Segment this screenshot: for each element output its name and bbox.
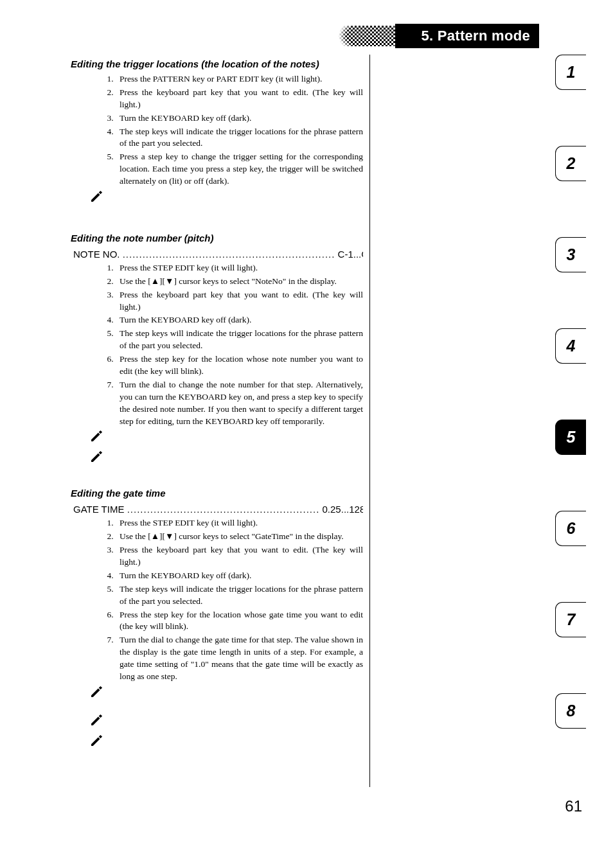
- parameter-value: C-1...G9: [338, 249, 363, 260]
- list-item: Press the keyboard part key that you wan…: [116, 544, 363, 569]
- chapter-tab-5[interactable]: 5: [555, 420, 586, 455]
- list-item: Turn the KEYBOARD key off (dark).: [116, 570, 363, 582]
- hand-writing-icon: [90, 714, 363, 729]
- hand-icon-stack: [90, 714, 363, 750]
- chapter-tab-7[interactable]: 7: [555, 602, 586, 637]
- parameter-line-gate-time: GATE TIME ..............................…: [73, 502, 363, 516]
- chapter-tab-2[interactable]: 2: [555, 146, 586, 181]
- list-item: Turn the dial to change the gate time fo…: [116, 634, 363, 683]
- hand-writing-icon: [90, 734, 363, 750]
- section-heading-note-number: Editing the note number (pitch): [71, 231, 363, 245]
- list-item: Press the STEP EDIT key (it will light).: [116, 517, 363, 529]
- leader-dots: ........................................…: [123, 249, 335, 260]
- checker-graphic: [337, 26, 395, 46]
- list-item: Turn the KEYBOARD key off (dark).: [116, 112, 363, 125]
- column-divider: [369, 55, 370, 787]
- list-item: Press the STEP EDIT key (it will light).: [116, 262, 363, 274]
- hand-writing-icon: [90, 450, 363, 466]
- parameter-name: NOTE NO.: [73, 249, 120, 260]
- chapter-tab-8[interactable]: 8: [555, 693, 586, 729]
- section-heading-gate-time: Editing the gate time: [71, 486, 363, 500]
- chapter-tab-3[interactable]: 3: [555, 237, 586, 272]
- list-item: Press a step key to change the trigger s…: [116, 151, 363, 188]
- leader-dots: ........................................…: [127, 504, 320, 515]
- parameter-name: GATE TIME: [73, 504, 124, 515]
- list-item: Press the PATTERN key or PART EDIT key (…: [116, 73, 363, 85]
- list-item: Turn the KEYBOARD key off (dark).: [116, 314, 363, 326]
- hand-icon-stack: [90, 430, 363, 466]
- list-item: The step keys will indicate the trigger …: [116, 583, 363, 608]
- chapter-tab-1[interactable]: 1: [555, 55, 586, 90]
- list-item: Use the [▲][▼] cursor keys to select "Ga…: [116, 531, 363, 543]
- section-heading-trigger-locations: Editing the trigger locations (the locat…: [71, 57, 363, 71]
- main-column: Editing the trigger locations (the locat…: [71, 55, 363, 755]
- hand-writing-icon: [90, 430, 363, 445]
- list-item: The step keys will indicate the trigger …: [116, 328, 363, 352]
- list-item: Press the step key for the location whos…: [116, 609, 363, 633]
- chapter-tab-6[interactable]: 6: [555, 511, 586, 546]
- chapter-title: 5. Pattern mode: [395, 24, 539, 49]
- chapter-tab-rail: 1 2 3 4 5 6 7 8: [555, 55, 591, 784]
- list-item: The step keys will indicate the trigger …: [116, 126, 363, 150]
- list-item: Turn the dial to change the note number …: [116, 379, 363, 428]
- list-item: Press the keyboard part key that you wan…: [116, 289, 363, 314]
- hand-writing-icon: [90, 190, 363, 206]
- list-item: Press the step key for the location whos…: [116, 353, 363, 378]
- list-item: Press the keyboard part key that you wan…: [116, 87, 363, 111]
- hand-writing-icon: [90, 686, 363, 701]
- page-number: 61: [565, 795, 582, 817]
- step-list: Press the PATTERN key or PART EDIT key (…: [100, 73, 363, 188]
- step-list: Press the STEP EDIT key (it will light).…: [100, 262, 363, 428]
- parameter-value: 0.25...128.0: [323, 504, 363, 515]
- list-item: Use the [▲][▼] cursor keys to select "No…: [116, 276, 363, 288]
- header-band: 5. Pattern mode: [337, 26, 539, 46]
- parameter-line-note-no: NOTE NO. ...............................…: [73, 247, 363, 261]
- step-list: Press the STEP EDIT key (it will light).…: [100, 517, 363, 683]
- chapter-tab-4[interactable]: 4: [555, 328, 586, 364]
